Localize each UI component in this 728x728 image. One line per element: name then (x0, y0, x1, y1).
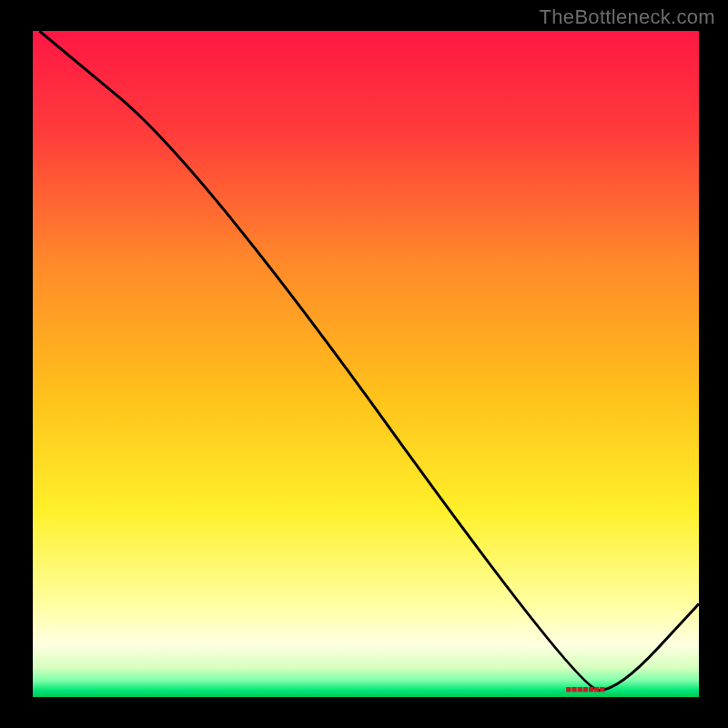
svg-rect-0 (33, 31, 699, 697)
watermark-label: TheBottleneck.com (540, 5, 715, 29)
bottleneck-plot (33, 31, 699, 697)
chart-frame: TheBottleneck.com ■■■■■■■ (0, 0, 728, 728)
min-marker-label: ■■■■■■■ (566, 683, 605, 694)
